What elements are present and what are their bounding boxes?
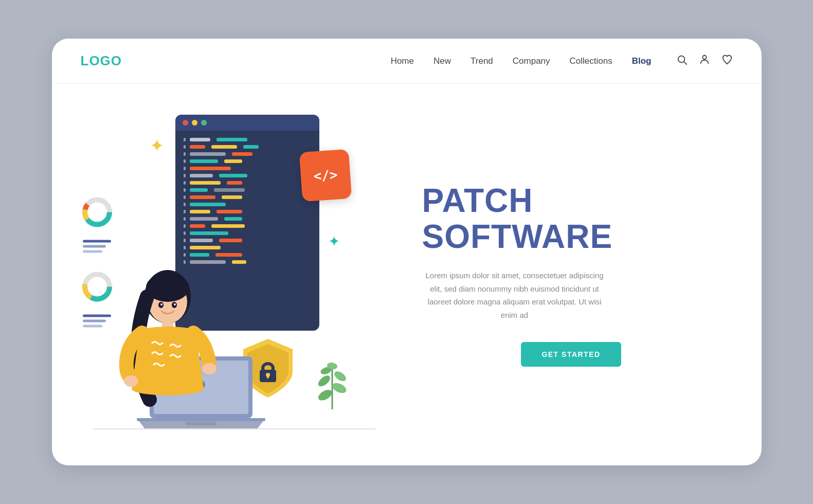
svg-line-1 <box>684 62 686 64</box>
person-illustration <box>109 266 227 430</box>
sparkle-teal-right: ✦ <box>328 233 340 250</box>
heart-icon[interactable] <box>721 54 733 68</box>
svg-point-18 <box>332 369 347 383</box>
svg-point-26 <box>202 363 216 374</box>
dot-red <box>183 120 188 125</box>
logo: LOGO <box>81 53 122 69</box>
nav-collections[interactable]: Collections <box>570 56 612 66</box>
plant-decoration <box>314 357 350 414</box>
svg-point-15 <box>316 388 334 403</box>
nav-trend[interactable]: Trend <box>471 56 493 66</box>
svg-point-17 <box>316 373 332 388</box>
illustration-area: ✦ ✦ <box>52 84 402 465</box>
code-content <box>175 131 319 271</box>
content-side: PATCH SOFTWARE Lorem ipsum dolor sit ame… <box>402 84 762 465</box>
svg-point-30 <box>174 303 176 305</box>
code-badge: </> <box>299 149 351 202</box>
cta-button[interactable]: GET STARTED <box>521 342 621 367</box>
svg-point-16 <box>330 381 348 395</box>
nav-company[interactable]: Company <box>513 56 550 66</box>
svg-point-29 <box>160 303 162 305</box>
nav-icons <box>676 54 733 68</box>
nav-blog[interactable]: Blog <box>632 56 652 66</box>
donut-chart-1 <box>81 195 114 228</box>
nav-new[interactable]: New <box>433 56 451 66</box>
nav-home[interactable]: Home <box>391 56 414 66</box>
dot-yellow <box>192 120 197 125</box>
nav-links: Home New Trend Company Collections Blog <box>391 56 652 66</box>
main-content: ✦ ✦ <box>52 84 762 465</box>
navbar: LOGO Home New Trend Company Collections … <box>52 39 762 84</box>
chart-lines-2 <box>83 314 111 327</box>
sparkle-yellow-top: ✦ <box>150 135 164 156</box>
chart-lines-1 <box>83 240 111 253</box>
code-window-header <box>175 115 319 131</box>
svg-point-2 <box>702 56 706 59</box>
user-icon[interactable] <box>699 54 710 68</box>
svg-point-25 <box>124 375 138 387</box>
dot-green <box>201 120 207 125</box>
search-icon[interactable] <box>676 54 688 68</box>
main-card: LOGO Home New Trend Company Collections … <box>52 39 762 465</box>
hero-description: Lorem ipsum dolor sit amet, consectetuer… <box>422 269 607 321</box>
headline: PATCH SOFTWARE <box>422 183 720 255</box>
